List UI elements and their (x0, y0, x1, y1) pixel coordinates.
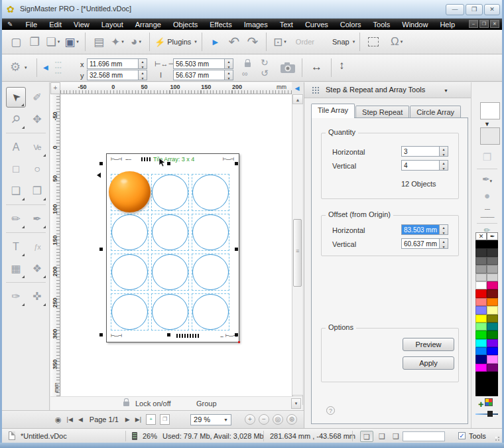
menu-arrange[interactable]: Arrange (129, 21, 167, 29)
open-button[interactable]: ❐ (26, 33, 43, 51)
distort-tool[interactable]: ▦ (6, 258, 26, 279)
fill-tool[interactable]: ✒ (27, 208, 47, 229)
zoom-in-button[interactable]: + (245, 414, 255, 425)
export-button[interactable]: ✦▾ (109, 33, 126, 51)
mirror-vertical-icon[interactable]: ↕ (339, 59, 345, 72)
preview-button[interactable]: Preview (403, 338, 454, 351)
circle-style-icon[interactable]: ● (472, 190, 503, 201)
new-document-button[interactable]: ▢ (7, 33, 25, 51)
color-swatch[interactable] (487, 372, 498, 380)
zoom-page-button[interactable]: ◎ (273, 414, 283, 425)
color-swatch[interactable] (475, 248, 487, 256)
anchor-point-grid[interactable]: ▫▫▫▫▫▫▫▫▫ (55, 60, 75, 77)
add-page-button[interactable]: + (146, 414, 156, 425)
color-swatch[interactable] (475, 347, 487, 355)
pick-tool-button[interactable]: ⊡▾ (271, 33, 288, 51)
color-swatch[interactable] (475, 355, 487, 363)
menu-file[interactable]: File (19, 21, 43, 29)
measure-tool[interactable]: ✑ (6, 286, 26, 307)
lock-ratio-icon[interactable] (245, 62, 251, 67)
last-page-button[interactable]: ▶| (135, 416, 141, 423)
color-swatch[interactable] (475, 240, 487, 248)
kerning-tool[interactable]: Ve (27, 137, 47, 157)
collapse-left-icon[interactable]: ◀ (43, 64, 48, 71)
dimension-tool[interactable]: ✜ (27, 286, 47, 307)
group-label[interactable]: Group (196, 400, 217, 408)
duplicate-page-button[interactable]: ❐ (160, 414, 170, 425)
scroll-up-icon[interactable]: ▲ (292, 94, 303, 104)
camera-icon[interactable] (279, 61, 296, 74)
help-button[interactable]: ? (326, 406, 335, 415)
snap-button[interactable]: Snap▾ (330, 33, 355, 51)
menu-objects[interactable]: Objects (167, 21, 204, 29)
both-mode-button[interactable]: ❑ (389, 431, 403, 442)
color-swatch[interactable] (487, 380, 498, 388)
color-swatch[interactable] (475, 273, 487, 281)
width-input[interactable] (173, 58, 225, 69)
quantity-vertical-spinner[interactable]: ▲▼ (440, 160, 448, 171)
menu-curves[interactable]: Curves (299, 21, 334, 29)
color-swatch[interactable] (475, 339, 487, 347)
quantity-horizontal-spinner[interactable]: ▲▼ (440, 146, 448, 157)
document-page[interactable]: ⊢—⊣ ‑‑‑ – ⊢—⊣ Tile Array: 3 x 4 ⊢—⊣ ‑‑‑ … (106, 153, 239, 342)
scrollbar-thumb[interactable] (293, 219, 302, 287)
import-button[interactable]: ❏▾ (44, 33, 62, 51)
color-swatch[interactable] (487, 273, 498, 281)
stroke-mode-button[interactable]: ❑ (375, 431, 389, 442)
apply-button[interactable]: Apply (403, 356, 454, 370)
resize-grip[interactable] (498, 439, 499, 441)
color-swatch[interactable] (487, 240, 498, 248)
fill-swatch[interactable] (480, 102, 500, 119)
panel-collapse-icon[interactable]: ◀ (292, 84, 302, 93)
color-swatch[interactable] (487, 388, 498, 396)
node-edit-tool[interactable]: ✐ (27, 87, 47, 108)
marquee-select-button[interactable] (365, 33, 382, 51)
undo-button[interactable]: ↶ (225, 33, 243, 51)
stroke-swatch[interactable] (480, 127, 500, 145)
color-swatch[interactable] (475, 323, 487, 331)
color-swatch[interactable] (487, 306, 498, 314)
selection-handle[interactable] (167, 333, 170, 336)
color-swatch[interactable] (487, 265, 498, 273)
color-swatch[interactable] (475, 281, 487, 289)
width-spinner[interactable]: ▲▼ (225, 58, 233, 69)
fill-mode-button[interactable]: ❏ (360, 431, 373, 442)
tab-circle-array[interactable]: Circle Array (410, 106, 461, 118)
menu-text[interactable]: Text (274, 21, 299, 29)
lock-onoff-label[interactable]: Lock on/off (135, 400, 171, 408)
color-swatch[interactable] (487, 248, 498, 256)
print-button[interactable]: ▤ (90, 33, 107, 51)
palette-manager-icon[interactable] (485, 398, 493, 406)
color-swatch[interactable] (475, 306, 487, 314)
add-color-icon[interactable]: ✚ (478, 401, 483, 408)
mdi-close-button[interactable]: ✕ (490, 20, 499, 28)
color-swatch[interactable] (487, 281, 498, 289)
orange-image[interactable] (109, 171, 151, 212)
tools-checkbox[interactable]: ✓ (458, 432, 466, 439)
settings-gear-icon[interactable]: ⚙ (10, 60, 21, 74)
color-swatch[interactable] (487, 331, 498, 338)
stroke-color-icon[interactable]: ✒ (487, 232, 498, 240)
color-swatch[interactable] (487, 315, 498, 323)
color-swatch[interactable] (487, 298, 498, 306)
height-input[interactable] (173, 70, 225, 80)
offset-vertical-spinner[interactable]: ▲▼ (440, 238, 448, 249)
palette-slider[interactable] (475, 413, 498, 415)
next-page-button[interactable]: ▶ (125, 416, 130, 423)
offset-vertical-input[interactable] (401, 238, 440, 249)
panel-header[interactable]: Step & Repeat and Array Tools ▼ (304, 82, 472, 98)
plugins-button[interactable]: ⚡ Plugins▾ (155, 33, 197, 51)
color-swatch[interactable] (475, 265, 487, 273)
redo-button[interactable]: ↷ (244, 33, 261, 51)
horizontal-ruler[interactable]: -50050100150200 mm (60, 82, 292, 94)
zoom-level-select[interactable]: 29 %▼ (190, 414, 231, 425)
menu-layout[interactable]: Layout (95, 21, 129, 29)
y-spinner[interactable]: ▲▼ (139, 70, 147, 80)
mdi-restore-button[interactable]: ❐ (479, 20, 489, 28)
menu-tools[interactable]: Tools (367, 21, 397, 29)
color-swatch[interactable] (487, 323, 498, 331)
menu-images[interactable]: Images (238, 21, 274, 29)
zoom-tool[interactable]: ⚲ (6, 109, 26, 129)
selection-handle[interactable] (235, 248, 238, 251)
menu-colors[interactable]: Colors (334, 21, 367, 29)
